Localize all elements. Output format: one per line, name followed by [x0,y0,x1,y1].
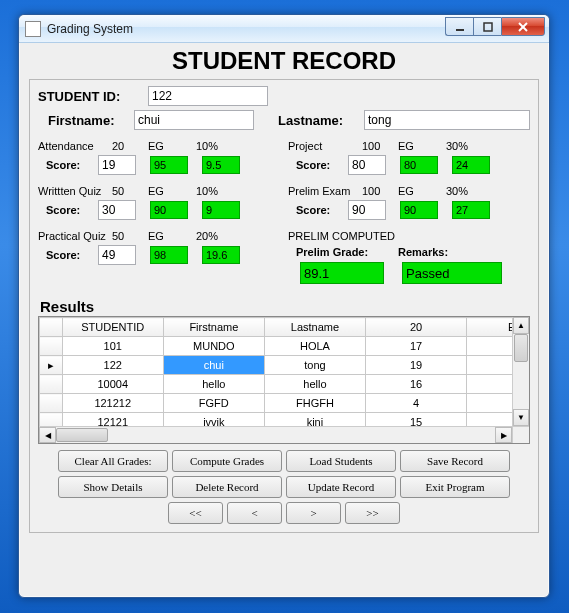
writtenquiz-pct: 10% [196,185,218,197]
col-firstname[interactable]: Firstname [163,318,264,337]
vertical-scrollbar[interactable]: ▲ ▼ [512,317,529,426]
practicalquiz-name: Practical Quiz [38,230,112,242]
scroll-down-icon[interactable]: ▼ [513,409,529,426]
results-label: Results [40,298,530,315]
practicalquiz-wt-box: 19.6 [202,246,240,264]
save-record-button[interactable]: Save Record [400,450,510,472]
writtenquiz-score-input[interactable] [98,200,136,220]
scroll-corner [512,426,529,443]
remarks-box: Passed [402,262,502,284]
attendance-score-lbl: Score: [46,159,94,171]
firstname-label: Firstname: [48,113,130,128]
horizontal-scrollbar[interactable]: ◀ ▶ [39,426,512,443]
project-eg-lbl: EG [398,140,446,152]
project-eg-box: 80 [400,156,438,174]
prelimexam-max: 100 [362,185,398,197]
col-20[interactable]: 20 [365,318,466,337]
clear-all-grades-button[interactable]: Clear All Grades: [58,450,168,472]
grid-header-row: STUDENTID Firstname Lastname 20 EG [40,318,529,337]
vscroll-thumb[interactable] [514,334,528,362]
attendance-max: 20 [112,140,148,152]
project-name: Project [288,140,362,152]
scroll-up-icon[interactable]: ▲ [513,317,529,334]
nav-first-button[interactable]: << [168,502,223,524]
attendance-name: Attendance [38,140,112,152]
practicalquiz-eg-box: 98 [150,246,188,264]
nav-next-button[interactable]: > [286,502,341,524]
project-score-lbl: Score: [296,159,344,171]
selected-cell: chui [163,356,264,375]
scroll-right-icon[interactable]: ▶ [495,427,512,443]
attendance-score-input[interactable] [98,155,136,175]
titlebar[interactable]: Grading System [19,15,549,43]
load-students-button[interactable]: Load Students [286,450,396,472]
firstname-input[interactable] [134,110,254,130]
writtenquiz-section: Writtten Quiz 50 EG 10% Score: 90 9 [38,185,280,220]
attendance-section: Attendance 20 EG 10% Score: 95 9.5 [38,140,280,175]
prelim-computed-section: PRELIM COMPUTED Prelim Grade: Remarks: 8… [288,230,530,284]
writtenquiz-score-lbl: Score: [46,204,94,216]
prelimexam-score-input[interactable] [348,200,386,220]
update-record-button[interactable]: Update Record [286,476,396,498]
prelim-computed-title: PRELIM COMPUTED [288,230,530,242]
window-title: Grading System [47,22,133,36]
practicalquiz-eg-lbl: EG [148,230,196,242]
prelimexam-eg-lbl: EG [398,185,446,197]
nav-last-button[interactable]: >> [345,502,400,524]
prelim-grade-box: 89.1 [300,262,384,284]
minimize-button[interactable] [445,17,473,36]
lastname-label: Lastname: [278,113,360,128]
prelimexam-section: Prelim Exam 100 EG 30% Score: 90 27 [288,185,530,220]
prelimexam-name: Prelim Exam [288,185,362,197]
project-max: 100 [362,140,398,152]
table-row[interactable]: 121212FGFDFHGFH420 [40,394,529,413]
compute-grades-button[interactable]: Compute Grades [172,450,282,472]
table-row[interactable]: 101MUNDOHOLA1785 [40,337,529,356]
attendance-wt-box: 9.5 [202,156,240,174]
writtenquiz-eg-box: 90 [150,201,188,219]
table-row[interactable]: ▸122chuitong1995 [40,356,529,375]
studentid-input[interactable] [148,86,268,106]
prelimexam-score-lbl: Score: [296,204,344,216]
project-score-input[interactable] [348,155,386,175]
remarks-label: Remarks: [398,246,448,258]
attendance-eg-lbl: EG [148,140,196,152]
writtenquiz-eg-lbl: EG [148,185,196,197]
project-wt-box: 24 [452,156,490,174]
practicalquiz-pct: 20% [196,230,218,242]
practicalquiz-score-input[interactable] [98,245,136,265]
practicalquiz-section: Practical Quiz 50 EG 20% Score: 98 19.6 [38,230,280,265]
app-window: Grading System STUDENT RECORD STUDENT ID… [18,14,550,598]
prelimexam-eg-box: 90 [400,201,438,219]
prelimexam-pct: 30% [446,185,468,197]
project-pct: 30% [446,140,468,152]
table-row[interactable]: 10004hellohello1680 [40,375,529,394]
svg-rect-1 [484,23,492,31]
writtenquiz-name: Writtten Quiz [38,185,112,197]
scroll-left-icon[interactable]: ◀ [39,427,56,443]
maximize-button[interactable] [473,17,501,36]
delete-record-button[interactable]: Delete Record [172,476,282,498]
attendance-eg-box: 95 [150,156,188,174]
hscroll-thumb[interactable] [56,428,108,442]
writtenquiz-wt-box: 9 [202,201,240,219]
col-studentid[interactable]: STUDENTID [62,318,163,337]
practicalquiz-score-lbl: Score: [46,249,94,261]
lastname-input[interactable] [364,110,530,130]
writtenquiz-max: 50 [112,185,148,197]
prelimexam-wt-box: 27 [452,201,490,219]
attendance-pct: 10% [196,140,218,152]
exit-program-button[interactable]: Exit Program [400,476,510,498]
close-button[interactable] [501,17,545,36]
results-grid[interactable]: STUDENTID Firstname Lastname 20 EG 101MU… [38,316,530,444]
studentid-label: STUDENT ID: [38,89,144,104]
prelim-grade-label: Prelim Grade: [296,246,394,258]
project-section: Project 100 EG 30% Score: 80 24 [288,140,530,175]
col-lastname[interactable]: Lastname [264,318,365,337]
app-icon [25,21,41,37]
main-panel: STUDENT ID: Firstname: Lastname: Attenda… [29,79,539,533]
practicalquiz-max: 50 [112,230,148,242]
show-details-button[interactable]: Show Details [58,476,168,498]
nav-prev-button[interactable]: < [227,502,282,524]
page-title: STUDENT RECORD [29,47,539,75]
